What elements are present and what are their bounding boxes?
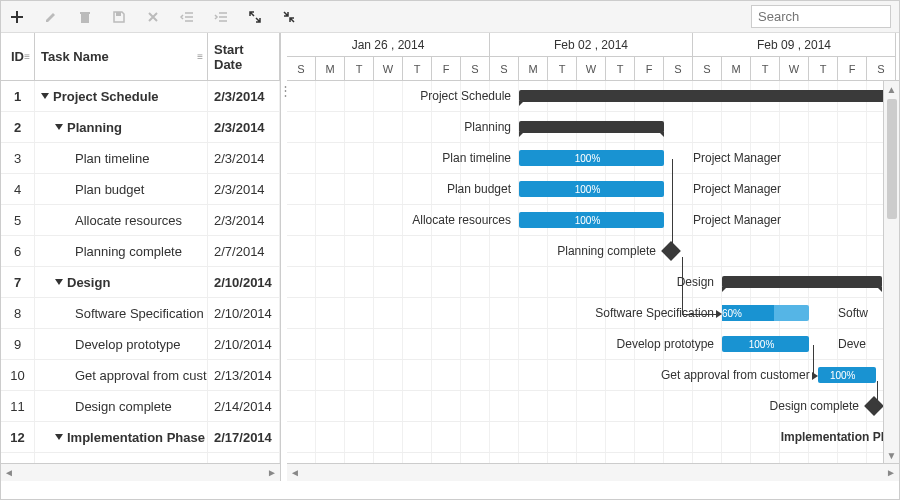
edit-icon[interactable]	[43, 9, 59, 25]
gantt-row: Implementation Ph	[287, 422, 899, 453]
cell-date: 2/10/2014	[208, 267, 280, 297]
col-header-date[interactable]: Start Date	[208, 33, 280, 80]
day-header: T	[345, 57, 374, 81]
cell-date: 2/17/2014	[208, 422, 280, 452]
task-bar[interactable]	[519, 90, 896, 102]
bar-label: Plan timeline	[442, 151, 511, 165]
table-row[interactable]: 6Planning complete2/7/2014	[1, 236, 280, 267]
table-row[interactable]: 12Implementation Phase2/17/2014	[1, 422, 280, 453]
task-bar[interactable]: 100%	[818, 367, 876, 383]
save-icon[interactable]	[111, 9, 127, 25]
cancel-icon[interactable]	[145, 9, 161, 25]
gantt-row: Plan budget100%Project Manager	[287, 174, 899, 205]
table-row[interactable]: 10Get approval from customer2/13/2014	[1, 360, 280, 391]
gantt-row: Software Specification60%Softw	[287, 298, 899, 329]
bar-label: Design complete	[770, 399, 859, 413]
collapse-toggle-icon[interactable]	[55, 279, 63, 285]
day-header: W	[780, 57, 809, 81]
chart-horizontal-scrollbar[interactable]: ◄ ►	[287, 463, 899, 481]
task-bar[interactable]: 100%	[519, 181, 664, 197]
collapse-toggle-icon[interactable]	[55, 124, 63, 130]
progress-label: 100%	[749, 339, 775, 350]
cell-taskname: Plan timeline	[35, 143, 208, 173]
toolbar	[1, 1, 899, 33]
cell-taskname: Implementation Phase	[35, 422, 208, 452]
table-row[interactable]: 7Design2/10/2014	[1, 267, 280, 298]
day-header: S	[867, 57, 896, 81]
cell-date: 2/3/2014	[208, 81, 280, 111]
task-bar[interactable]: 100%	[519, 212, 664, 228]
task-grid: ID≡ Task Name≡ Start Date 1Project Sched…	[1, 33, 281, 481]
table-row[interactable]: 11Design complete2/14/2014	[1, 391, 280, 422]
cell-date: 2/3/2014	[208, 143, 280, 173]
task-bar[interactable]: 100%	[722, 336, 809, 352]
search-input[interactable]	[751, 5, 891, 28]
scroll-right-icon[interactable]: ►	[883, 465, 899, 481]
progress-label: 100%	[575, 184, 601, 195]
scroll-left-icon[interactable]: ◄	[287, 465, 303, 481]
gantt-row: Design complete	[287, 391, 899, 422]
bar-label: Project Schedule	[420, 89, 511, 103]
table-row[interactable]: 8Software Specification2/10/2014	[1, 298, 280, 329]
collapse-icon[interactable]	[281, 9, 297, 25]
cell-id: 2	[1, 112, 35, 142]
day-header: T	[548, 57, 577, 81]
menu-icon[interactable]: ≡	[24, 51, 30, 62]
gantt-row: Plan timeline100%Project Manager	[287, 143, 899, 174]
cell-taskname: Project Schedule	[35, 81, 208, 111]
scroll-left-icon[interactable]: ◄	[1, 465, 17, 481]
cell-date: 2/3/2014	[208, 174, 280, 204]
cell-taskname: Phase 1	[35, 453, 208, 463]
table-row[interactable]: 9Develop prototype2/10/2014	[1, 329, 280, 360]
scroll-thumb[interactable]	[887, 99, 897, 219]
menu-icon[interactable]: ≡	[197, 51, 203, 62]
cell-taskname: Develop prototype	[35, 329, 208, 359]
day-header: S	[490, 57, 519, 81]
task-bar[interactable]	[722, 276, 882, 288]
grid-horizontal-scrollbar[interactable]: ◄ ►	[1, 463, 280, 481]
progress-label: 100%	[575, 153, 601, 164]
cell-taskname: Get approval from customer	[35, 360, 208, 390]
bar-label: Planning	[464, 120, 511, 134]
gantt-row: Phas	[287, 453, 899, 463]
cell-date: 2/17/2014	[208, 453, 280, 463]
scroll-up-icon[interactable]: ▲	[884, 81, 900, 97]
col-header-id[interactable]: ID≡	[1, 33, 35, 80]
resource-label: Project Manager	[693, 213, 781, 227]
progress-label: 100%	[575, 215, 601, 226]
delete-icon[interactable]	[77, 9, 93, 25]
gantt-chart: Jan 26 , 2014Feb 02 , 2014Feb 09 , 2014 …	[287, 33, 899, 481]
task-bar[interactable]	[519, 121, 664, 133]
task-bar[interactable]: 100%	[519, 150, 664, 166]
day-header: T	[403, 57, 432, 81]
add-icon[interactable]	[9, 9, 25, 25]
bar-label: Allocate resources	[412, 213, 511, 227]
cell-id: 4	[1, 174, 35, 204]
scroll-down-icon[interactable]: ▼	[884, 447, 900, 463]
bar-label: Software Specification	[595, 306, 714, 320]
table-row[interactable]: 13Phase 12/17/2014	[1, 453, 280, 463]
table-row[interactable]: 4Plan budget2/3/2014	[1, 174, 280, 205]
gantt-row: Planning complete	[287, 236, 899, 267]
task-bar[interactable]: 60%	[722, 305, 809, 321]
vertical-scrollbar[interactable]: ▲ ▼	[883, 81, 899, 463]
table-row[interactable]: 1Project Schedule2/3/2014	[1, 81, 280, 112]
cell-date: 2/13/2014	[208, 360, 280, 390]
col-header-task[interactable]: Task Name≡	[35, 33, 208, 80]
cell-id: 10	[1, 360, 35, 390]
resource-label: Project Manager	[693, 182, 781, 196]
week-header: Feb 02 , 2014	[490, 33, 693, 57]
indent-icon[interactable]	[213, 9, 229, 25]
scroll-right-icon[interactable]: ►	[264, 465, 280, 481]
table-row[interactable]: 3Plan timeline2/3/2014	[1, 143, 280, 174]
cell-taskname: Design complete	[35, 391, 208, 421]
table-row[interactable]: 2Planning2/3/2014	[1, 112, 280, 143]
cell-id: 9	[1, 329, 35, 359]
collapse-toggle-icon[interactable]	[55, 434, 63, 440]
cell-id: 3	[1, 143, 35, 173]
expand-icon[interactable]	[247, 9, 263, 25]
cell-taskname: Planning complete	[35, 236, 208, 266]
table-row[interactable]: 5Allocate resources2/3/2014	[1, 205, 280, 236]
outdent-icon[interactable]	[179, 9, 195, 25]
collapse-toggle-icon[interactable]	[41, 93, 49, 99]
